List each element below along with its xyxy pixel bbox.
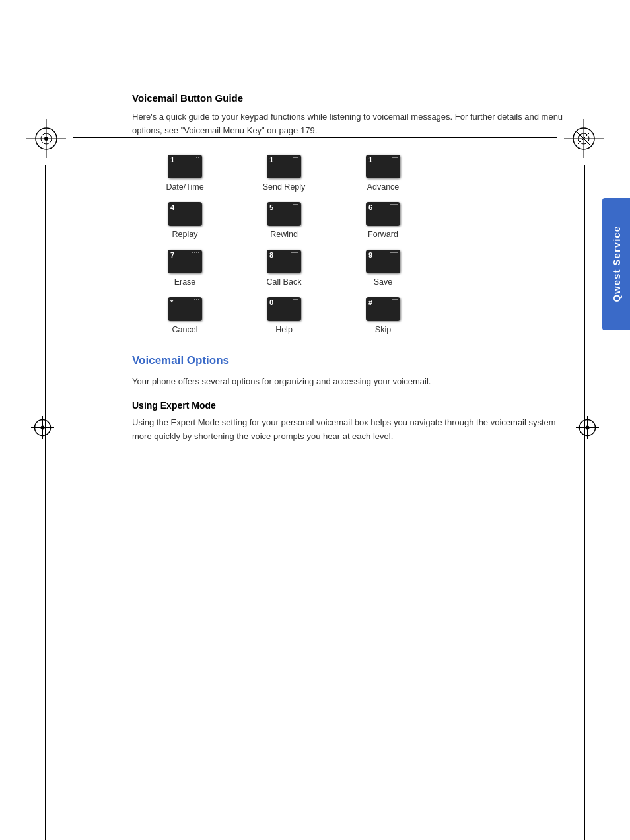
button-item-skip: # Skip	[343, 297, 423, 334]
side-tab: Qwest Service	[602, 198, 630, 330]
button-label-erase: Erase	[174, 277, 196, 287]
button-label-rewind: Rewind	[270, 230, 298, 239]
button-label-replay: Replay	[172, 230, 198, 239]
button-label-callback: Call Back	[267, 277, 302, 287]
expert-mode-description: Using the Expert Mode setting for your p…	[132, 416, 571, 444]
voicemail-options-description: Your phone offers several options for or…	[132, 375, 571, 389]
button-item-callback: 8 Call Back	[244, 250, 324, 287]
svg-point-29	[586, 426, 590, 430]
button-item-save: 9 Save	[343, 250, 423, 287]
button-item-cancel: * Cancel	[145, 297, 225, 334]
side-tab-label: Qwest Service	[611, 226, 622, 302]
page: Qwest Service Voicemail Button Guide Her…	[0, 92, 630, 840]
keypad-btn-replay: 4	[168, 202, 202, 226]
main-content: Voicemail Button Guide Here's a quick gu…	[132, 92, 571, 444]
mid-left-mark	[31, 416, 54, 439]
button-label-save: Save	[374, 277, 393, 287]
button-label-advance: Advance	[367, 182, 400, 192]
corner-mark-tr	[564, 119, 604, 158]
keypad-btn-callback: 8	[267, 250, 301, 273]
button-label-datetime: Date/Time	[166, 182, 203, 192]
svg-point-25	[41, 426, 45, 430]
button-label-sendreply: Send Reply	[263, 182, 306, 192]
keypad-btn-skip: #	[366, 297, 400, 321]
keypad-btn-erase: 7	[168, 250, 202, 273]
left-border-line	[45, 165, 46, 840]
button-label-skip: Skip	[375, 325, 391, 334]
button-label-help: Help	[275, 325, 293, 334]
keypad-btn-save: 9	[366, 250, 400, 273]
button-item-sendreply: 1 Send Reply	[244, 155, 324, 192]
keypad-btn-datetime: 1	[168, 155, 202, 178]
top-border-line	[73, 137, 557, 138]
keypad-btn-cancel: *	[168, 297, 202, 321]
keypad-btn-sendreply: 1	[267, 155, 301, 178]
button-item-datetime: 1 Date/Time	[145, 155, 225, 192]
button-label-cancel: Cancel	[172, 325, 198, 334]
button-item-advance: 1 Advance	[343, 155, 423, 192]
mid-right-mark	[576, 416, 599, 439]
voicemail-options-heading: Voicemail Options	[132, 354, 571, 367]
keypad-btn-advance: 1	[366, 155, 400, 178]
corner-mark-tl	[26, 119, 66, 158]
expert-mode-heading: Using Expert Mode	[132, 400, 571, 411]
button-item-rewind: 5 Rewind	[244, 202, 324, 239]
button-label-forward: Forward	[368, 230, 398, 239]
button-item-erase: 7 Erase	[145, 250, 225, 287]
keypad-btn-forward: 6	[366, 202, 400, 226]
keypad-btn-rewind: 5	[267, 202, 301, 226]
section-heading: Voicemail Button Guide	[132, 92, 571, 104]
button-item-help: 0 Help	[244, 297, 324, 334]
svg-point-4	[44, 137, 48, 141]
right-border-line	[584, 165, 585, 840]
button-grid: 1 Date/Time 1 Send Reply 1 Advance	[145, 155, 571, 334]
button-item-replay: 4 Replay	[145, 202, 225, 239]
button-item-forward: 6 Forward	[343, 202, 423, 239]
section-description: Here's a quick guide to your keypad func…	[132, 110, 571, 138]
keypad-btn-help: 0	[267, 297, 301, 321]
